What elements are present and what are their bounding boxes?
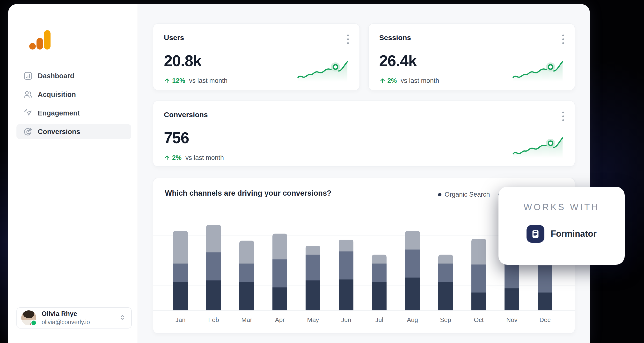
bar-segment (206, 225, 221, 253)
cursor-click-icon (23, 108, 33, 118)
avatar (21, 310, 36, 325)
bar-segment (306, 246, 320, 255)
bar-segment (372, 255, 386, 264)
bar-jul[interactable] (372, 255, 386, 310)
x-tick-nov: Nov (504, 316, 519, 324)
x-tick-jan: Jan (173, 316, 188, 324)
x-tick-dec: Dec (538, 316, 552, 324)
sidebar-item-label: Conversions (38, 128, 80, 136)
chart-title: Which channels are driving your conversi… (165, 189, 332, 198)
legend-label: Organic Search (444, 191, 490, 198)
sidebar-item-conversions[interactable]: Conversions (16, 124, 131, 139)
bar-segment (272, 288, 287, 310)
delta-up: 2% (164, 154, 182, 162)
card-title: Conversions (164, 111, 564, 119)
kebab-menu-button[interactable] (345, 33, 351, 46)
sidebar-item-acquisition[interactable]: Acquisition (16, 87, 131, 102)
delta-row: 2% vs last month (164, 154, 564, 162)
bar-segment (504, 263, 519, 288)
sidebar-item-label: Acquisition (38, 91, 76, 98)
bar-segment (438, 282, 453, 310)
sparkline-chart (296, 55, 348, 82)
arrow-up-icon (379, 77, 386, 84)
kebab-menu-button[interactable] (560, 110, 566, 123)
works-with-app-name: Forminator (551, 229, 596, 239)
works-with-app: Forminator (526, 225, 596, 243)
x-tick-aug: Aug (405, 316, 420, 324)
bar-aug[interactable] (405, 231, 420, 310)
bar-segment (173, 231, 188, 264)
bar-segment (504, 288, 519, 310)
bar-segment (405, 250, 420, 278)
bar-segment (339, 280, 354, 310)
bar-segment (206, 252, 221, 281)
card-title: Sessions (379, 33, 564, 42)
x-tick-jun: Jun (339, 316, 354, 324)
sidebar-item-label: Dashboard (38, 72, 74, 80)
works-with-card: WORKS WITH Forminator (498, 187, 625, 265)
goal-target-icon (23, 127, 33, 136)
bar-segment (306, 255, 320, 281)
bar-segment (339, 252, 354, 280)
bar-jun[interactable] (339, 240, 354, 310)
bar-segment (306, 281, 320, 310)
arrow-up-icon (164, 155, 170, 161)
compare-label: vs last month (186, 154, 224, 162)
bar-segment (438, 255, 453, 264)
arrow-up-icon (164, 77, 170, 84)
bar-segment (173, 282, 188, 310)
gridline (153, 310, 574, 311)
legend-dot (438, 193, 442, 196)
bar-segment (239, 282, 254, 310)
legend-item-1[interactable]: Organic Search (438, 191, 490, 198)
bar-segment (372, 264, 386, 282)
x-tick-oct: Oct (472, 316, 486, 324)
bar-jan[interactable] (173, 231, 188, 310)
analytics-logo (29, 30, 54, 50)
profile-email: olivia@converly.io (42, 319, 119, 326)
card-title: Users (164, 33, 349, 42)
bar-mar[interactable] (239, 241, 254, 310)
x-tick-may: May (306, 316, 320, 324)
x-tick-sep: Sep (438, 316, 453, 324)
users-stat-card: Users 20.8k 12% vs last month (153, 23, 360, 90)
bar-sep[interactable] (438, 255, 453, 310)
forminator-clipboard-icon (526, 225, 544, 243)
bar-segment (206, 281, 221, 310)
bar-oct[interactable] (472, 239, 486, 310)
sidebar-nav: Dashboard Acquisition (16, 68, 131, 139)
conversions-stat-card: Conversions 756 2% vs last month (153, 100, 575, 167)
stat-row: Users 20.8k 12% vs last month (153, 23, 575, 90)
x-tick-apr: Apr (272, 316, 287, 324)
bar-may[interactable] (306, 246, 320, 310)
works-with-heading: WORKS WITH (524, 202, 600, 212)
dashboard-icon (23, 71, 33, 81)
chevron-updown-icon (119, 314, 126, 322)
compare-label: vs last month (401, 77, 439, 84)
app-window: Dashboard Acquisition (8, 4, 590, 343)
delta-up: 2% (379, 77, 397, 84)
x-tick-jul: Jul (372, 316, 386, 324)
sparkline-chart (512, 55, 564, 82)
month-labels: JanFebMarAprMayJunJulAugSepOctNovDec (153, 316, 574, 324)
bar-segment (372, 282, 386, 310)
bar-feb[interactable] (206, 225, 221, 310)
bar-segment (438, 264, 453, 282)
sidebar-item-label: Engagement (38, 109, 80, 117)
users-icon (23, 90, 33, 99)
bar-segment (538, 266, 552, 293)
sidebar-item-engagement[interactable]: Engagement (16, 106, 131, 120)
bar-segment (173, 264, 188, 282)
bar-segment (239, 241, 254, 264)
bar-segment (272, 234, 287, 259)
sidebar-item-dashboard[interactable]: Dashboard (16, 68, 131, 83)
bar-apr[interactable] (272, 234, 287, 310)
compare-label: vs last month (189, 77, 228, 84)
kebab-menu-button[interactable] (560, 33, 566, 46)
delta-up: 12% (164, 77, 185, 84)
bar-segment (405, 278, 420, 310)
sessions-stat-card: Sessions 26.4k 2% vs last month (368, 23, 575, 90)
profile-text: Olivia Rhye olivia@converly.io (42, 310, 119, 326)
user-profile-menu[interactable]: Olivia Rhye olivia@converly.io (16, 307, 132, 329)
sidebar: Dashboard Acquisition (8, 4, 138, 343)
